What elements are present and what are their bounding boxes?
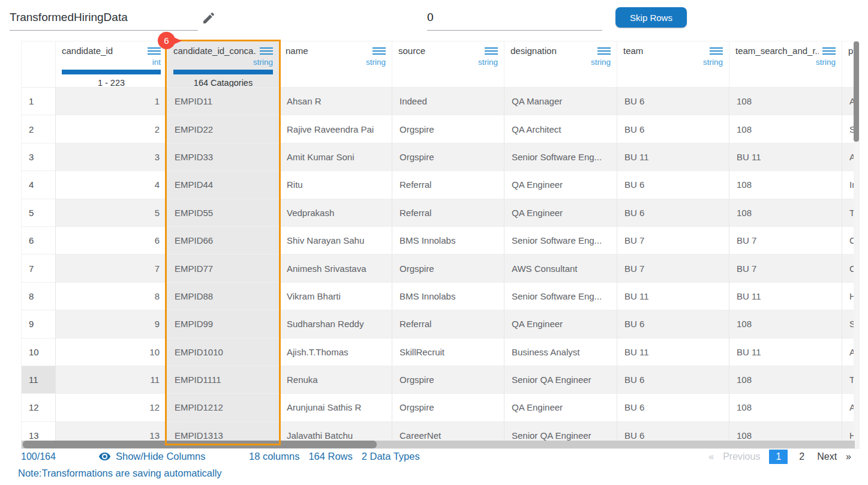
cell-team: BU 6	[617, 394, 729, 421]
cell-source: Orgspire	[392, 115, 504, 143]
cell-candidate_id_concat: EMPID22	[167, 115, 280, 143]
cell-team_search_and_r: 108	[729, 310, 842, 338]
cell-designation: Senior Software Eng...	[504, 283, 617, 310]
dataset-summary: 18 columns 164 Rows 2 Data Types	[249, 451, 420, 462]
skip-rows-input[interactable]: 0	[427, 7, 602, 31]
page-button-1[interactable]: 1	[769, 450, 788, 464]
column-header-top: source	[398, 46, 498, 56]
vertical-scrollbar[interactable]	[854, 41, 859, 442]
cell-designation: QA Architect	[504, 115, 617, 143]
row-number: 6	[22, 227, 56, 255]
column-menu-icon[interactable]	[485, 47, 498, 55]
row-number: 3	[22, 143, 56, 171]
cell-candidate_id_concat: EMPID77	[167, 255, 280, 282]
vertical-scrollbar-thumb[interactable]	[854, 41, 859, 142]
page-button-2[interactable]: 2	[795, 450, 808, 464]
column-stat: 1 - 223	[62, 78, 161, 88]
row-number: 4	[22, 171, 56, 199]
cell-candidate_id_concat: EMPID1212	[167, 394, 280, 421]
cell-candidate_id_concat: EMPID1010	[167, 339, 280, 366]
column-name: team	[623, 46, 643, 56]
cell-team_search_and_r: BU 11	[729, 283, 842, 310]
cell-team: BU 6	[617, 310, 729, 338]
edit-pencil-icon[interactable]	[202, 11, 216, 25]
dataset-name-input[interactable]: TransformedHiringData	[10, 7, 198, 31]
column-menu-icon[interactable]	[822, 47, 836, 55]
previous-button[interactable]: Previous	[723, 451, 760, 462]
cell-team_search_and_r: BU 11	[729, 143, 842, 171]
grid-body: 11EMPID11Ahsan RIndeedQA ManagerBU 6108A…	[22, 88, 860, 449]
column-type: string	[398, 58, 498, 67]
column-header-top: designation	[510, 46, 611, 56]
cell-team: BU 7	[617, 255, 729, 282]
previous-arrow[interactable]: «	[708, 451, 714, 462]
column-menu-icon[interactable]	[597, 47, 611, 55]
column-header-top: name	[286, 46, 386, 56]
row-number: 7	[22, 255, 56, 282]
cell-candidate_id: 10	[56, 339, 167, 366]
cell-team: BU 11	[617, 143, 729, 171]
cell-name: Ritu	[280, 171, 392, 199]
cell-candidate_id: 3	[56, 143, 167, 171]
column-header-candidate_id[interactable]: candidate_idint1 - 223	[56, 41, 167, 88]
cell-source: BMS Innolabs	[392, 283, 504, 310]
column-header-team[interactable]: teamstring	[617, 41, 729, 88]
column-header-team_search_and_r[interactable]: team_search_and_r...string	[729, 41, 842, 88]
grid-header-row: candidate_idint1 - 223candidate_id_conca…	[22, 41, 860, 88]
cell-candidate_id_concat: EMPID33	[167, 143, 280, 171]
cell-candidate_id_concat: EMPID1111	[167, 366, 280, 394]
cell-designation: QA Engineer	[504, 199, 617, 227]
cell-source: Orgspire	[392, 394, 504, 421]
skip-rows-button[interactable]: Skip Rows	[615, 7, 687, 28]
cell-candidate_id: 5	[56, 199, 167, 227]
cell-candidate_id_concat: EMPID11	[167, 88, 280, 115]
column-menu-icon[interactable]	[260, 47, 273, 55]
horizontal-scrollbar-thumb[interactable]	[23, 441, 377, 448]
cell-name: Sudharshan Reddy	[280, 310, 392, 338]
row-number: 1	[22, 88, 56, 115]
column-header-name[interactable]: namestring	[280, 41, 392, 88]
column-name: p	[848, 46, 853, 56]
cell-team: BU 6	[617, 115, 729, 143]
eye-icon	[98, 450, 111, 463]
cell-team: BU 6	[617, 88, 729, 115]
cell-candidate_id_concat: EMPID44	[167, 171, 280, 199]
cell-designation: Business Analyst	[504, 339, 617, 366]
pencil-icon	[202, 11, 216, 25]
show-hide-columns-button[interactable]: Show/Hide Columns	[98, 450, 205, 463]
next-arrow[interactable]: »	[846, 451, 851, 462]
cell-designation: QA Engineer	[504, 310, 617, 338]
columns-count: 18 columns	[249, 451, 299, 462]
cell-source: Orgspire	[392, 366, 504, 394]
next-button[interactable]: Next	[817, 451, 837, 462]
column-type: string	[173, 58, 273, 67]
cell-source: Orgspire	[392, 255, 504, 282]
cell-designation: QA Manager	[504, 88, 617, 115]
cell-source: Indeed	[392, 88, 504, 115]
column-type: string	[735, 58, 836, 67]
cell-name: Animesh Srivastava	[280, 255, 392, 282]
cell-candidate_id: 8	[56, 283, 167, 310]
column-header-source[interactable]: sourcestring	[392, 41, 504, 88]
cell-candidate_id: 7	[56, 255, 167, 282]
horizontal-scrollbar[interactable]	[22, 441, 855, 448]
cell-designation: Senior Software Eng...	[504, 143, 617, 171]
row-number: 8	[22, 283, 56, 310]
column-menu-icon[interactable]	[710, 47, 723, 55]
column-menu-icon[interactable]	[373, 47, 386, 55]
column-menu-icon[interactable]	[148, 47, 161, 55]
cell-name: Renuka	[280, 366, 392, 394]
cell-source: Referral	[392, 310, 504, 338]
cell-source: SkillRecruit	[392, 339, 504, 366]
column-name: team_search_and_r...	[735, 46, 819, 56]
cell-team_search_and_r: 108	[729, 394, 842, 421]
transform-count-badge: 6	[158, 32, 175, 49]
data-types-count: 2 Data Types	[362, 451, 420, 462]
cell-name: Arunjunai Sathis R	[280, 394, 392, 421]
column-header-designation[interactable]: designationstring	[504, 41, 617, 88]
column-header-candidate_id_concat[interactable]: candidate_id_conca...string164 Catagorie…	[167, 41, 280, 88]
badge-count: 6	[164, 35, 169, 46]
cell-name: Vikram Bharti	[280, 283, 392, 310]
column-distribution-bar	[173, 70, 273, 74]
cell-candidate_id_concat: EMPID88	[167, 283, 280, 310]
